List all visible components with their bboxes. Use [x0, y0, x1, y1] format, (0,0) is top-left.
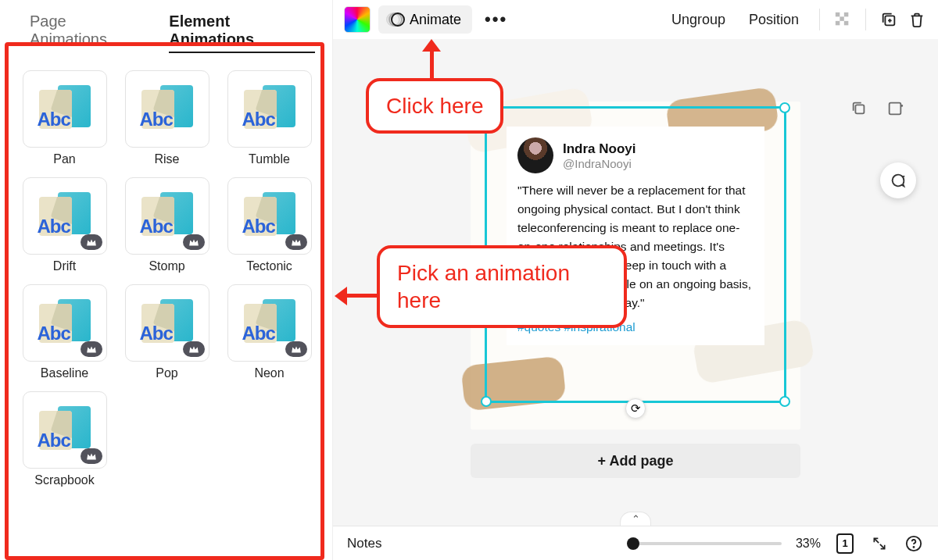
- toolbar-separator: [865, 9, 866, 30]
- add-page-icon[interactable]: [883, 97, 907, 120]
- duplicate-icon[interactable]: [879, 9, 899, 30]
- animation-thumbnail[interactable]: Abc: [227, 284, 312, 362]
- rotate-handle[interactable]: ⟳: [625, 398, 646, 419]
- annotation-arrow-head: [335, 287, 347, 305]
- thumb-text: Abc: [242, 109, 275, 130]
- animation-option-tectonic[interactable]: AbcTectonic: [225, 177, 313, 273]
- fullscreen-icon[interactable]: [869, 533, 890, 554]
- animate-button[interactable]: Animate: [378, 5, 472, 34]
- animate-icon: [386, 11, 403, 28]
- animation-option-tumble[interactable]: AbcTumble: [225, 70, 313, 166]
- svg-rect-3: [836, 21, 840, 26]
- svg-point-9: [913, 547, 914, 548]
- animation-label: Neon: [254, 366, 284, 380]
- animation-thumbnail[interactable]: Abc: [23, 70, 107, 148]
- svg-rect-0: [836, 12, 840, 17]
- animation-thumbnail[interactable]: Abc: [227, 177, 312, 255]
- animation-label: Scrapbook: [34, 473, 95, 487]
- ungroup-button[interactable]: Ungroup: [664, 12, 733, 28]
- animation-option-stomp[interactable]: AbcStomp: [123, 177, 211, 273]
- thumb-text: Abc: [140, 323, 173, 344]
- selection-handle[interactable]: [481, 396, 492, 407]
- transparency-icon[interactable]: [832, 9, 853, 30]
- comment-bubble-button[interactable]: [880, 162, 916, 198]
- animation-option-baseline[interactable]: AbcBaseline: [20, 284, 109, 380]
- animation-label: Rise: [154, 152, 179, 166]
- annotation-click-here: Click here: [366, 78, 503, 134]
- top-toolbar: Animate ••• Ungroup Position: [333, 0, 938, 39]
- thumb-text: Abc: [38, 430, 70, 451]
- animation-option-drift[interactable]: AbcDrift: [20, 177, 109, 273]
- animation-thumbnail[interactable]: Abc: [125, 70, 209, 148]
- animation-option-pan[interactable]: AbcPan: [20, 70, 109, 166]
- animation-thumbnail[interactable]: Abc: [227, 70, 312, 148]
- animate-button-label: Animate: [410, 12, 461, 28]
- animation-thumbnail[interactable]: Abc: [125, 177, 209, 255]
- thumb-text: Abc: [140, 109, 173, 130]
- animation-label: Drift: [53, 259, 76, 273]
- selection-handle[interactable]: [779, 396, 790, 407]
- help-icon[interactable]: [904, 533, 924, 554]
- thumb-text: Abc: [38, 109, 70, 130]
- animations-panel: Page Animations Element Animations AbcPa…: [0, 0, 332, 560]
- tab-element-animations[interactable]: Element Animations: [169, 12, 315, 53]
- animation-label: Tectonic: [246, 259, 292, 273]
- premium-crown-icon: [183, 234, 205, 250]
- premium-crown-icon: [285, 234, 307, 250]
- page-strip-toggle[interactable]: ⌃: [620, 512, 651, 526]
- animation-label: Tumble: [249, 152, 290, 166]
- animation-option-rise[interactable]: AbcRise: [123, 70, 211, 166]
- premium-crown-icon: [81, 234, 102, 250]
- animation-thumbnail[interactable]: Abc: [23, 391, 107, 469]
- zoom-value: 33%: [796, 537, 821, 551]
- svg-rect-7: [890, 103, 901, 115]
- thumb-text: Abc: [140, 216, 173, 237]
- animation-label: Pan: [53, 152, 75, 166]
- svg-rect-1: [840, 16, 844, 20]
- animation-option-scrapbook[interactable]: AbcScrapbook: [20, 391, 109, 487]
- annotation-pick-animation: Pick an animation here: [377, 245, 627, 328]
- tab-page-animations[interactable]: Page Animations: [30, 12, 144, 53]
- animation-tabs: Page Animations Element Animations: [0, 5, 332, 62]
- premium-crown-icon: [285, 341, 307, 357]
- animation-label: Baseline: [41, 366, 88, 380]
- annotation-arrow: [345, 294, 380, 298]
- duplicate-page-icon[interactable]: [847, 97, 871, 120]
- thumb-text: Abc: [38, 216, 70, 237]
- svg-rect-2: [844, 12, 849, 17]
- annotation-arrow: [430, 48, 434, 81]
- animation-option-neon[interactable]: AbcNeon: [225, 284, 313, 380]
- animation-thumbnail[interactable]: Abc: [23, 284, 107, 362]
- zoom-slider[interactable]: [633, 542, 782, 545]
- thumb-text: Abc: [38, 323, 70, 344]
- trash-icon[interactable]: [907, 9, 927, 30]
- svg-rect-6: [855, 105, 864, 113]
- zoom-slider-thumb[interactable]: [627, 537, 639, 550]
- bottom-bar: Notes 33% 1: [333, 526, 938, 560]
- notes-button[interactable]: Notes: [347, 536, 381, 551]
- animation-label: Stomp: [149, 259, 184, 273]
- page-indicator[interactable]: 1: [835, 533, 855, 554]
- svg-rect-4: [844, 21, 849, 26]
- premium-crown-icon: [81, 448, 102, 464]
- position-button[interactable]: Position: [741, 12, 807, 28]
- premium-crown-icon: [81, 341, 102, 357]
- animation-label: Pop: [156, 366, 177, 380]
- premium-crown-icon: [183, 341, 205, 357]
- toolbar-separator: [819, 9, 820, 30]
- more-options-button[interactable]: •••: [480, 9, 512, 30]
- add-page-button[interactable]: + Add page: [471, 444, 800, 478]
- thumb-text: Abc: [242, 216, 275, 237]
- animation-thumbnail[interactable]: Abc: [23, 177, 107, 255]
- annotation-arrow-head: [422, 39, 441, 52]
- animation-grid: AbcPanAbcRiseAbcTumbleAbcDriftAbcStompAb…: [0, 62, 332, 497]
- color-picker-button[interactable]: [344, 6, 371, 33]
- animation-thumbnail[interactable]: Abc: [125, 284, 209, 362]
- selection-handle[interactable]: [779, 102, 790, 113]
- animation-option-pop[interactable]: AbcPop: [123, 284, 211, 380]
- page-tools: [847, 97, 907, 120]
- thumb-text: Abc: [242, 323, 275, 344]
